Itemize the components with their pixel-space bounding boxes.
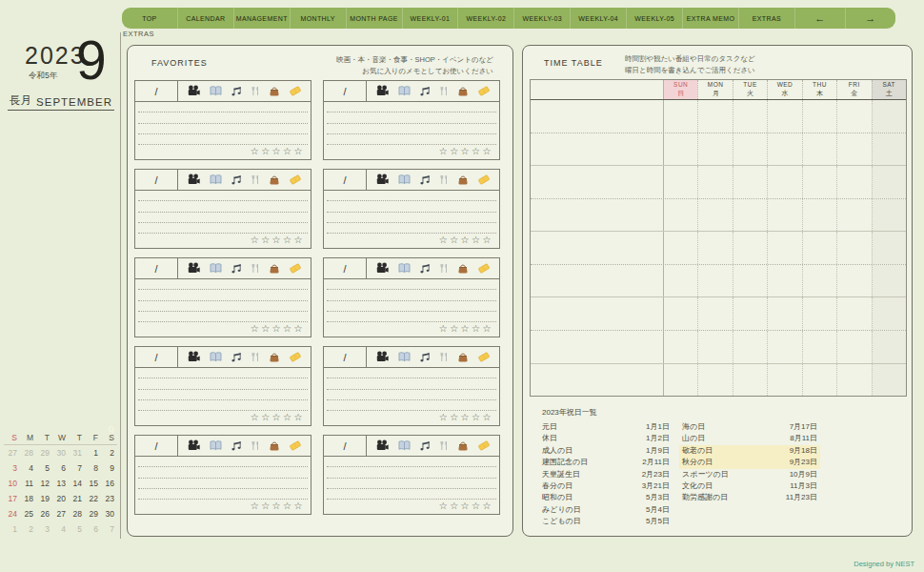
note-line[interactable] <box>138 390 308 400</box>
note-line[interactable] <box>327 279 496 290</box>
timetable-cell[interactable] <box>663 199 697 232</box>
mini-calendar-day[interactable]: 31 <box>69 445 85 460</box>
note-line[interactable] <box>138 223 308 234</box>
mini-calendar-day[interactable]: 29 <box>85 506 101 521</box>
note-line[interactable] <box>138 290 308 300</box>
mini-calendar-day[interactable]: 12 <box>36 476 52 491</box>
rating-stars[interactable]: ☆☆☆☆☆ <box>135 234 311 248</box>
timetable-cell[interactable] <box>802 265 836 297</box>
timetable-cell[interactable] <box>733 232 767 264</box>
date-field[interactable]: / <box>324 436 367 456</box>
timetable-cell[interactable] <box>872 265 906 297</box>
timetable-cell[interactable] <box>663 265 697 297</box>
note-line[interactable] <box>138 378 308 389</box>
mini-calendar-day[interactable]: 7 <box>69 460 85 476</box>
note-line[interactable] <box>138 457 308 467</box>
timetable-cell[interactable] <box>663 100 697 133</box>
timetable-cell[interactable] <box>733 364 767 397</box>
note-line[interactable] <box>327 290 496 300</box>
mini-calendar-day[interactable]: 10 <box>4 476 20 491</box>
tab-extra-memo[interactable]: EXTRA MEMO <box>682 8 738 29</box>
timetable-cell[interactable] <box>836 133 871 166</box>
timetable-cell[interactable] <box>663 297 697 330</box>
mini-calendar-day[interactable]: 20 <box>52 491 69 506</box>
mini-calendar-day[interactable]: 2 <box>101 445 117 460</box>
tab-weekly-03[interactable]: WEEKLY-03 <box>513 8 570 29</box>
timetable-cell[interactable] <box>663 166 697 198</box>
timetable-cell[interactable] <box>767 133 801 166</box>
timetable-cell[interactable] <box>836 166 871 198</box>
note-line[interactable] <box>327 400 496 411</box>
mini-calendar-day[interactable]: 5 <box>36 460 52 476</box>
tab-monthly[interactable]: MONTHLY <box>290 8 346 29</box>
note-line[interactable] <box>138 201 308 212</box>
timetable-cell[interactable] <box>872 166 906 198</box>
timetable-cell[interactable] <box>697 265 732 297</box>
note-line[interactable] <box>138 112 308 123</box>
timetable-cell[interactable] <box>733 199 767 232</box>
note-line[interactable] <box>327 102 496 112</box>
rating-stars[interactable]: ☆☆☆☆☆ <box>324 234 499 248</box>
note-line[interactable] <box>327 457 496 467</box>
timetable-cell[interactable] <box>697 133 732 166</box>
note-line[interactable] <box>138 312 308 322</box>
mini-calendar-day[interactable]: 27 <box>52 506 69 521</box>
timetable-cell[interactable] <box>767 265 801 297</box>
tab-weekly-05[interactable]: WEEKLY-05 <box>626 8 682 29</box>
timetable-cell[interactable] <box>663 232 697 264</box>
timetable-cell[interactable] <box>872 199 906 232</box>
note-line[interactable] <box>138 479 308 489</box>
timetable-cell[interactable] <box>767 232 801 264</box>
mini-calendar-day[interactable]: 13 <box>52 476 69 491</box>
timetable-cell[interactable] <box>802 166 836 198</box>
date-field[interactable]: / <box>135 436 178 456</box>
timetable-cell[interactable] <box>836 297 871 330</box>
prev-page-button[interactable]: ← <box>794 8 845 29</box>
tab-weekly-02[interactable]: WEEKLY-02 <box>457 8 513 29</box>
timetable-cell[interactable] <box>872 331 906 363</box>
timetable-cell[interactable] <box>767 166 801 198</box>
rating-stars[interactable]: ☆☆☆☆☆ <box>324 322 499 337</box>
timetable-time-cell[interactable] <box>531 133 663 166</box>
note-line[interactable] <box>138 213 308 223</box>
timetable-cell[interactable] <box>836 331 871 363</box>
note-line[interactable] <box>138 489 308 500</box>
timetable-time-cell[interactable] <box>531 166 663 198</box>
mini-calendar-day[interactable]: 21 <box>69 491 85 506</box>
note-line[interactable] <box>138 102 308 112</box>
note-line[interactable] <box>327 312 496 322</box>
mini-calendar-day[interactable]: 1 <box>85 445 101 460</box>
rating-stars[interactable]: ☆☆☆☆☆ <box>135 500 311 514</box>
note-line[interactable] <box>138 191 308 201</box>
timetable-cell[interactable] <box>697 100 732 133</box>
timetable-time-cell[interactable] <box>531 265 663 297</box>
timetable-cell[interactable] <box>733 297 767 330</box>
rating-stars[interactable]: ☆☆☆☆☆ <box>324 500 499 514</box>
timetable-cell[interactable] <box>767 297 801 330</box>
tab-calendar[interactable]: CALENDAR <box>177 8 233 29</box>
mini-calendar-day[interactable]: 28 <box>20 445 36 460</box>
mini-calendar-day[interactable]: 30 <box>101 506 117 521</box>
timetable-cell[interactable] <box>733 265 767 297</box>
mini-calendar-day[interactable]: 3 <box>4 460 20 476</box>
note-line[interactable] <box>138 301 308 312</box>
timetable-cell[interactable] <box>802 297 836 330</box>
date-field[interactable]: / <box>135 81 178 101</box>
tab-weekly-04[interactable]: WEEKLY-04 <box>570 8 626 29</box>
rating-stars[interactable]: ☆☆☆☆☆ <box>324 411 499 425</box>
note-line[interactable] <box>327 390 496 400</box>
date-field[interactable]: / <box>324 170 367 190</box>
mini-calendar-day[interactable]: 4 <box>20 460 36 476</box>
timetable-cell[interactable] <box>872 133 906 166</box>
note-line[interactable] <box>327 213 496 223</box>
timetable-cell[interactable] <box>802 364 836 397</box>
timetable-cell[interactable] <box>733 100 767 133</box>
timetable-cell[interactable] <box>802 100 836 133</box>
mini-calendar-day[interactable]: 9 <box>101 460 117 476</box>
timetable-cell[interactable] <box>767 199 801 232</box>
mini-calendar-day[interactable]: 6 <box>52 460 69 476</box>
timetable-cell[interactable] <box>697 331 732 363</box>
date-field[interactable]: / <box>135 347 178 367</box>
mini-calendar-day[interactable]: 6 <box>85 521 101 537</box>
tab-weekly-01[interactable]: WEEKLY-01 <box>402 8 458 29</box>
